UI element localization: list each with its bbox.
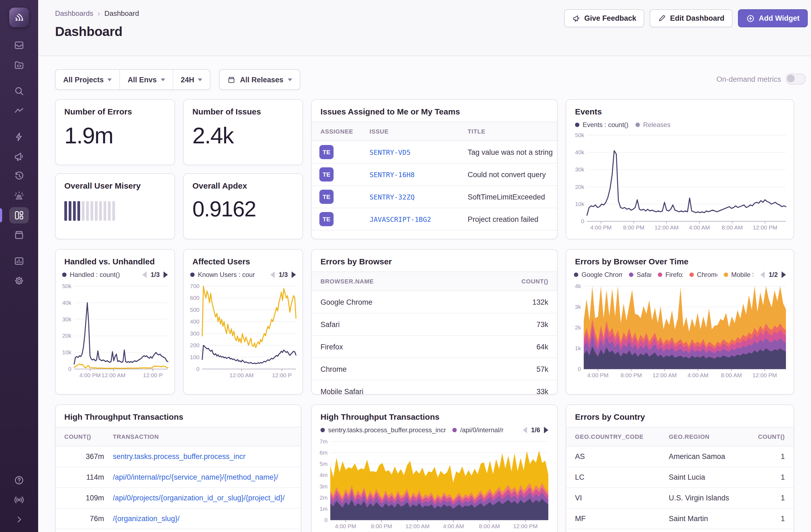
transaction-link[interactable]: /api/0/internal/rpc/{service_name}/{meth… <box>113 473 301 481</box>
pager-prev-icon[interactable] <box>271 271 275 278</box>
pager-prev-icon[interactable] <box>523 427 527 433</box>
date-range-filter[interactable]: 24H <box>172 70 210 89</box>
code-folder-icon <box>14 59 25 70</box>
table-header: ASSIGNEE ISSUE TITLE <box>312 122 557 141</box>
pager-prev-icon[interactable] <box>761 271 765 278</box>
legend-item[interactable]: sentry.tasks.process_buffer.process_incr <box>320 426 446 434</box>
browser-table-body: Google Chrome132kSafari73kFirefox64kChro… <box>312 291 557 395</box>
breadcrumb-separator: › <box>97 9 100 17</box>
sidebar-item-replays[interactable] <box>9 168 29 184</box>
handled-chart: 010k20k30k40k50k4:00 PM12:00 AM12:00 P <box>58 283 170 379</box>
project-filter[interactable]: All Projects <box>56 70 120 89</box>
sidebar-item-broadcasts[interactable] <box>9 492 29 508</box>
table-row: VIU.S. Virgin Islands1 <box>566 488 794 508</box>
sidebar-item-stats[interactable] <box>9 253 29 269</box>
pager-prev-icon[interactable] <box>142 271 147 278</box>
issue-link[interactable]: JAVASCRIPT-1BG2 <box>369 215 468 223</box>
widget-errors-by-browser: Errors by Browser BROWSER.NAME COUNT() G… <box>311 249 557 395</box>
sidebar-item-dashboards[interactable] <box>9 207 29 224</box>
breadcrumb-dashboards[interactable]: Dashboards <box>55 9 93 17</box>
svg-text:500: 500 <box>190 307 199 313</box>
svg-text:600: 600 <box>190 294 199 301</box>
legend-item[interactable]: Google Chrome <box>574 271 623 278</box>
transaction-count: 114m <box>56 473 113 481</box>
sidebar-item-issues[interactable] <box>9 37 29 54</box>
sidebar-item-quickstart[interactable] <box>9 128 29 145</box>
issue-link[interactable]: SENTRY-16H8 <box>369 170 468 179</box>
sidebar-item-alerts[interactable] <box>9 187 29 204</box>
pager-next-icon[interactable] <box>782 271 786 278</box>
issue-title: SoftTimeLimitExceeded <box>468 193 557 201</box>
pager-next-icon[interactable] <box>544 427 548 433</box>
transaction-link[interactable]: sentry.tasks.process_buffer.process_incr <box>113 452 301 460</box>
legend-item[interactable]: Events : count() <box>575 121 628 128</box>
top-actions: Give Feedback Edit Dashboard Add Widget <box>564 9 808 27</box>
stats-icon <box>14 256 25 267</box>
table-row: TESENTRY-VD5Tag value was not a string <box>312 141 557 164</box>
affected-legend: Known Users : cour 1/3 <box>190 269 296 279</box>
country-region: Saint Martin <box>669 515 752 523</box>
sidebar-item-feedback[interactable] <box>9 148 29 165</box>
table-header: BROWSER.NAME COUNT() <box>312 271 557 291</box>
svg-text:0: 0 <box>196 366 199 372</box>
assignee-avatar[interactable]: TE <box>319 167 334 182</box>
widget-high-throughput-table: High Throughput Transactions COUNT() TRA… <box>55 405 302 532</box>
svg-text:0: 0 <box>324 517 327 523</box>
page-filters: All Projects All Envs 24H <box>55 69 211 90</box>
legend-label: Firefox <box>665 271 683 278</box>
widget-title: High Throughput Transactions <box>56 405 301 424</box>
assignee-avatar[interactable]: TE <box>319 145 334 159</box>
misery-bar <box>82 201 85 221</box>
legend-item[interactable]: Known Users : cour <box>190 271 255 278</box>
legend-item[interactable]: /api/0/internal/r <box>453 426 504 434</box>
issue-link[interactable]: SENTRY-32ZQ <box>369 193 468 201</box>
add-widget-button[interactable]: Add Widget <box>738 9 808 27</box>
releases-filter[interactable]: All Releases <box>219 69 300 90</box>
sentry-logo[interactable] <box>9 7 29 27</box>
sidebar-item-search[interactable] <box>9 83 29 99</box>
sidebar-collapse-toggle[interactable] <box>9 511 29 528</box>
sidebar-item-help[interactable] <box>9 472 29 488</box>
country-count: 1 <box>752 452 794 460</box>
svg-text:4:00 PM: 4:00 PM <box>587 372 609 378</box>
svg-text:12:00 AM: 12:00 AM <box>102 372 126 378</box>
svg-text:12:00 AM: 12:00 AM <box>229 372 254 378</box>
legend-dot-icon <box>689 272 693 277</box>
sidebar-item-releases[interactable] <box>9 227 29 243</box>
pager-next-icon[interactable] <box>292 271 296 278</box>
legend-dot-icon <box>636 122 640 127</box>
browser-count: 57k <box>503 365 557 373</box>
sidebar-item-projects[interactable] <box>9 57 29 73</box>
sidebar-item-performance[interactable] <box>9 103 29 119</box>
legend-item[interactable]: Chrome <box>689 271 717 278</box>
widget-pager: 1/6 <box>523 426 548 434</box>
misery-bar <box>99 201 102 221</box>
assignee-avatar[interactable]: TE <box>319 212 334 226</box>
environment-filter[interactable]: All Envs <box>120 70 173 89</box>
widget-errors-by-country: Errors by Country GEO.COUNTRY_CODE GEO.R… <box>566 405 794 532</box>
legend-item[interactable]: Handled : count() <box>62 271 120 278</box>
svg-text:4:00 PM: 4:00 PM <box>335 523 356 529</box>
transaction-link[interactable]: /{organization_slug}/ <box>113 515 301 523</box>
events-chart: 010k20k30k40k50k4:00 PM8:00 PM12:00 AM4:… <box>571 132 788 231</box>
transaction-count: 109m <box>56 494 113 502</box>
legend-label: Events : count() <box>583 121 628 128</box>
legend-item[interactable]: Safari <box>629 271 651 278</box>
assignee-avatar[interactable]: TE <box>319 190 334 204</box>
widget-title: Affected Users <box>184 250 303 268</box>
browser-name: Safari <box>312 320 503 329</box>
misery-bar <box>69 201 72 221</box>
legend-item[interactable]: Releases <box>636 121 670 128</box>
legend-item[interactable]: Firefox <box>658 271 683 278</box>
edit-dashboard-button[interactable]: Edit Dashboard <box>650 9 733 27</box>
legend-item[interactable]: Mobile S <box>723 271 753 278</box>
filter-bar: All Projects All Envs 24H All Releases <box>55 69 300 90</box>
ondemand-toggle[interactable] <box>786 74 806 85</box>
transaction-link[interactable]: /api/0/projects/{organization_id_or_slug… <box>113 494 301 502</box>
issue-link[interactable]: SENTRY-VD5 <box>369 148 468 156</box>
sidebar-item-settings[interactable] <box>9 273 29 289</box>
pager-next-icon[interactable] <box>164 271 168 278</box>
widget-pager: 1/3 <box>271 271 296 278</box>
issue-title: Could not convert query <box>468 170 557 179</box>
give-feedback-button[interactable]: Give Feedback <box>564 9 644 27</box>
